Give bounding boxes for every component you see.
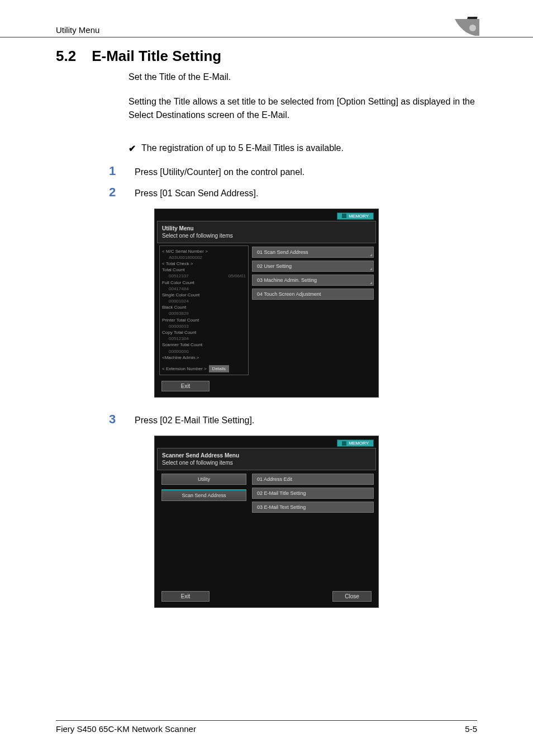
- utility-menu-screenshot: MEMORY Utility Menu Select one of follow…: [154, 209, 379, 398]
- black-count-value: 00093829: [162, 310, 246, 316]
- step-3-text: Press [02 E-Mail Title Setting].: [135, 415, 254, 426]
- scanner-total-value: 00000000: [162, 348, 246, 355]
- machine-info-panel: < M/C Serial Number > A03U001800002 < To…: [159, 245, 249, 376]
- checkmark-line: ✔ The registration of up to 5 E-Mail Tit…: [0, 133, 533, 160]
- screen-subtitle: Select one of following items: [162, 232, 371, 239]
- sidebar-scan-send-address-button[interactable]: Scan Send Address: [161, 489, 246, 501]
- step-2-number: 2: [109, 185, 119, 200]
- step-2-text: Press [01 Scan Send Address].: [135, 188, 258, 199]
- total-count-date: 05/06/01: [229, 273, 246, 279]
- close-button[interactable]: Close: [332, 591, 372, 602]
- header-title: Utility Menu: [56, 25, 99, 35]
- section-title: E-Mail Title Setting: [92, 48, 221, 65]
- page-header: Utility Menu 5: [0, 0, 533, 37]
- copy-total-label: Copy Total Count: [162, 329, 246, 336]
- section-number: 5.2: [56, 48, 76, 65]
- screen-header: Scanner Send Address Menu Select one of …: [157, 448, 376, 470]
- exit-button[interactable]: Exit: [161, 591, 210, 602]
- step-1-number: 1: [109, 164, 119, 178]
- serial-value: A03U001800002: [162, 254, 246, 261]
- single-color-label: Single Color Count: [162, 292, 246, 298]
- total-count-value: 00512337: [169, 273, 189, 279]
- screen-title: Utility Menu: [162, 225, 371, 232]
- sidebar-panel: Utility Scan Send Address: [159, 472, 249, 585]
- step-3-number: 3: [109, 412, 119, 427]
- exit-button[interactable]: Exit: [161, 381, 210, 391]
- printer-total-label: Printer Total Count: [162, 317, 246, 323]
- total-check-label: < Total Check >: [162, 261, 246, 267]
- step-3: 3 Press [02 E-Mail Title Setting].: [0, 409, 533, 430]
- full-color-label: Full Color Count: [162, 280, 246, 286]
- page-footer: Fiery S450 65C-KM Network Scanner 5-5: [56, 720, 477, 734]
- memory-icon: [342, 214, 346, 218]
- checkmark-icon: ✔: [129, 143, 136, 154]
- menu-email-title-setting[interactable]: 02 E-Mail Title Setting: [252, 488, 374, 499]
- step-2: 2 Press [01 Scan Send Address].: [0, 182, 533, 203]
- memory-badge: MEMORY: [337, 212, 374, 220]
- footer-page-number: 5-5: [465, 724, 477, 734]
- menu-panel: 01 Scan Send Address 02 User Setting 03 …: [252, 245, 374, 376]
- full-color-value: 00417484: [162, 286, 246, 292]
- scanner-total-label: Scanner Total Count: [162, 342, 246, 348]
- extension-number-label: < Extension Number >: [162, 366, 207, 372]
- memory-icon: [342, 441, 346, 446]
- menu-email-text-setting[interactable]: 03 E-Mail Text Setting: [252, 502, 374, 513]
- screen-subtitle: Select one of following items: [162, 459, 371, 466]
- header-chapter-number: 5: [464, 16, 477, 35]
- menu-machine-admin-setting[interactable]: 03 Machine Admin. Setting: [252, 275, 374, 286]
- memory-label: MEMORY: [349, 214, 369, 219]
- memory-badge: MEMORY: [337, 440, 374, 447]
- step-1: 1 Press [Utility/Counter] on the control…: [0, 160, 533, 182]
- scanner-send-address-screenshot: MEMORY Scanner Send Address Menu Select …: [154, 436, 379, 608]
- machine-admin-label: <Machine Admin.>: [162, 355, 246, 361]
- paragraph-1: Set the Title of the E-Mail.: [0, 70, 533, 95]
- checkmark-text: The registration of up to 5 E-Mail Title…: [141, 143, 344, 154]
- menu-scan-send-address[interactable]: 01 Scan Send Address: [252, 247, 374, 258]
- printer-total-value: 00000033: [162, 323, 246, 329]
- menu-panel-2: 01 Address Edit 02 E-Mail Title Setting …: [252, 472, 374, 585]
- menu-address-edit[interactable]: 01 Address Edit: [252, 474, 374, 485]
- black-count-label: Black Count: [162, 304, 246, 310]
- screen-header: Utility Menu Select one of following ite…: [157, 221, 376, 243]
- step-1-text: Press [Utility/Counter] on the control p…: [135, 167, 304, 177]
- serial-label: < M/C Serial Number >: [162, 248, 246, 254]
- sidebar-utility-button[interactable]: Utility: [161, 474, 246, 485]
- paragraph-2: Setting the Title allows a set title to …: [0, 95, 533, 133]
- screen-title: Scanner Send Address Menu: [162, 452, 371, 459]
- total-count-label: Total Count: [162, 267, 246, 273]
- footer-product-name: Fiery S450 65C-KM Network Scanner: [56, 724, 196, 734]
- menu-user-setting[interactable]: 02 User Setting: [252, 261, 374, 272]
- single-color-value: 00001024: [162, 298, 246, 304]
- menu-touch-screen-adjustment[interactable]: 04 Touch Screen Adjustment: [252, 289, 374, 300]
- details-button[interactable]: Details: [209, 365, 229, 372]
- memory-label: MEMORY: [349, 441, 369, 446]
- section-heading: 5.2 E-Mail Title Setting: [0, 48, 533, 70]
- copy-total-value: 00512304: [162, 336, 246, 342]
